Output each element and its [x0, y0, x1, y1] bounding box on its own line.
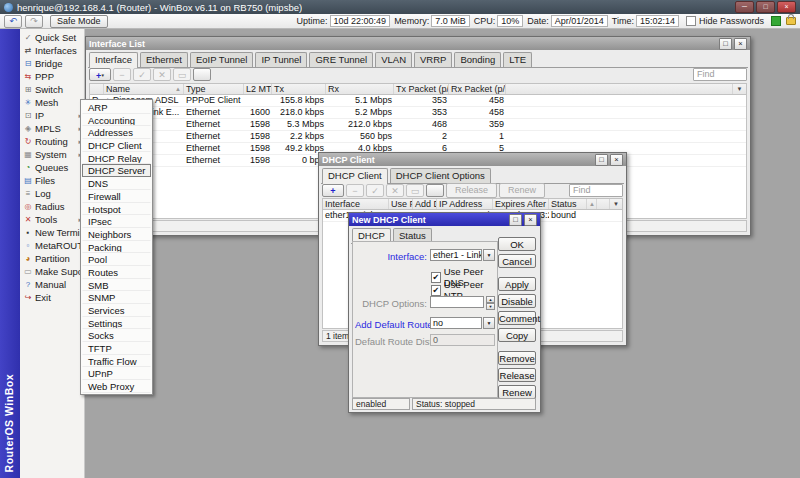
dialog-button[interactable]: Renew [498, 385, 536, 399]
sidebar-item[interactable]: ▦ System ▸ [20, 148, 84, 161]
interface-list-tab[interactable]: Bonding [454, 52, 501, 67]
dhcp-options-input[interactable] [430, 296, 484, 308]
ip-menu-item[interactable]: Services [82, 304, 151, 317]
sidebar-item[interactable]: ◈ MPLS ▸ [20, 122, 84, 135]
ip-menu-item[interactable]: Routes [82, 266, 151, 279]
interface-list-tab[interactable]: IP Tunnel [255, 52, 307, 67]
add-button[interactable]: + [322, 184, 344, 197]
close-icon[interactable]: × [524, 214, 537, 226]
filter-button[interactable] [193, 68, 211, 81]
ip-menu-item[interactable]: ARP [82, 101, 151, 114]
comment-button[interactable]: ▭ [406, 184, 424, 197]
ip-menu-item[interactable]: Addresses [82, 126, 151, 139]
ip-menu-item[interactable]: SMB [82, 279, 151, 292]
column-status[interactable]: Status [549, 199, 587, 209]
sidebar-item[interactable]: ⊞ Switch [20, 83, 84, 96]
sidebar-item[interactable]: ↻ Routing ▸ [20, 135, 84, 148]
restore-icon[interactable]: □ [595, 154, 608, 166]
enable-button[interactable]: ✓ [133, 68, 151, 81]
dialog-title-bar[interactable]: New DHCP Client □ × [349, 213, 540, 226]
interface-row[interactable]: Ethernet 1598 2.2 kbps 560 bps 2 1 [90, 131, 746, 143]
dhcp-client-title-bar[interactable]: DHCP Client □ × [319, 153, 626, 166]
column-chooser-dropdown-icon[interactable]: ▼ [733, 84, 746, 94]
ip-menu-item[interactable]: DHCP Client [82, 139, 151, 152]
column-tx[interactable]: Tx [272, 84, 326, 94]
column-type[interactable]: Type [184, 84, 244, 94]
column-expires-after[interactable]: Expires After [493, 199, 549, 209]
add-button[interactable]: +▾ [89, 68, 111, 81]
ip-menu-item[interactable]: DHCP Relay [82, 152, 151, 165]
sidebar-item[interactable]: ⊟ Bridge [20, 57, 84, 70]
sidebar-item[interactable]: ⇄ Interfaces [20, 44, 84, 57]
maximize-icon[interactable]: □ [756, 1, 775, 13]
restore-icon[interactable]: □ [509, 214, 522, 226]
redo-icon[interactable]: ↷ [25, 15, 43, 28]
ip-menu-item[interactable]: UPnP [82, 367, 151, 380]
sidebar-item[interactable]: ⇆ PPP [20, 70, 84, 83]
interface-list-tab[interactable]: EoIP Tunnel [190, 52, 254, 67]
sidebar-item[interactable]: ⊡ IP ▸ [20, 109, 84, 122]
interface-row[interactable]: R ❖ether1 - Link E... Ethernet 1600 218.… [90, 107, 746, 119]
column-name[interactable]: Name▲ [104, 84, 184, 94]
restore-icon[interactable]: □ [719, 38, 732, 50]
spin-up-icon[interactable]: ▲ [486, 296, 495, 303]
column-chooser-dropdown-icon[interactable]: ▼ [610, 199, 622, 209]
dialog-button[interactable]: Disable [498, 294, 536, 308]
column-ip-address[interactable]: IP Address [437, 199, 493, 209]
interface-list-tab[interactable]: LTE [503, 52, 532, 67]
column-l2mtu[interactable]: L2 MTU [244, 84, 272, 94]
sidebar-item[interactable]: ▤ Files [20, 174, 84, 187]
ip-menu-item[interactable]: Pool [82, 253, 151, 266]
interface-row[interactable]: Ethernet 1598 5.3 Mbps 212.0 kbps 468 35… [90, 119, 746, 131]
ip-menu-item[interactable]: Settings [82, 317, 151, 330]
ip-menu-item[interactable]: DNS [82, 177, 151, 190]
column-add-default[interactable]: Add D... [413, 199, 437, 209]
find-input[interactable]: Find [693, 68, 747, 81]
close-icon[interactable]: × [610, 154, 623, 166]
release-button[interactable]: Release [446, 183, 497, 198]
column-rx[interactable]: Rx [326, 84, 394, 94]
interface-list-tab[interactable]: Interface [89, 52, 138, 68]
ip-menu-item[interactable]: Firewall [82, 190, 151, 203]
ip-menu-item[interactable]: Socks [82, 329, 151, 342]
sidebar-item[interactable]: ✳ Mesh [20, 96, 84, 109]
dialog-button[interactable]: Cancel [498, 254, 536, 268]
interface-dropdown-icon[interactable]: ▼ [483, 249, 495, 261]
sidebar-item[interactable]: ▫ MetaROUTER [20, 239, 84, 252]
dialog-button[interactable]: Remove [498, 351, 536, 365]
sidebar-item[interactable]: ? Manual [20, 278, 84, 291]
hide-passwords-checkbox[interactable] [686, 16, 696, 26]
disable-button[interactable]: ✕ [153, 68, 171, 81]
close-icon[interactable]: × [734, 38, 747, 50]
filter-button[interactable] [426, 184, 444, 197]
ip-menu-item[interactable]: Accounting [82, 114, 151, 127]
safe-mode-button[interactable]: Safe Mode [50, 15, 108, 28]
interface-list-title-bar[interactable]: Interface List □ × [86, 37, 750, 50]
undo-icon[interactable]: ↶ [4, 15, 22, 28]
dhcp-client-tab[interactable]: DHCP Client Options [390, 168, 491, 183]
interface-list-tab[interactable]: GRE Tunnel [309, 52, 373, 67]
sidebar-item[interactable]: ◎ Radius [20, 200, 84, 213]
sidebar-item[interactable]: ≡ Log [20, 187, 84, 200]
column-use-peer[interactable]: Use P... [389, 199, 413, 209]
spin-down-icon[interactable]: ▼ [486, 303, 495, 310]
ip-menu-item[interactable]: DHCP Server [82, 164, 151, 177]
comment-button[interactable]: ▭ [173, 68, 191, 81]
dialog-button[interactable]: Release [498, 368, 536, 382]
sidebar-item[interactable]: ✓ Quick Set [20, 31, 84, 44]
dhcp-client-tab[interactable]: DHCP Client [322, 168, 388, 184]
add-default-route-select[interactable]: no [430, 317, 482, 329]
dialog-button[interactable]: Apply [498, 277, 536, 291]
enable-button[interactable]: ✓ [366, 184, 384, 197]
close-icon[interactable]: × [777, 1, 796, 13]
interface-list-tab[interactable]: Ethernet [140, 52, 188, 67]
ip-menu-item[interactable]: Web Proxy [82, 380, 151, 393]
sidebar-item[interactable]: ✕ Tools ▸ [20, 213, 84, 226]
column-flag[interactable] [90, 84, 104, 94]
sidebar-item[interactable]: ◕ Partition [20, 252, 84, 265]
ip-menu-item[interactable]: Neighbors [82, 228, 151, 241]
find-input[interactable]: Find [569, 184, 623, 197]
minimize-icon[interactable]: ─ [735, 1, 754, 13]
remove-button[interactable]: − [113, 68, 131, 81]
use-peer-ntp-checkbox[interactable]: ✔ [431, 285, 441, 296]
